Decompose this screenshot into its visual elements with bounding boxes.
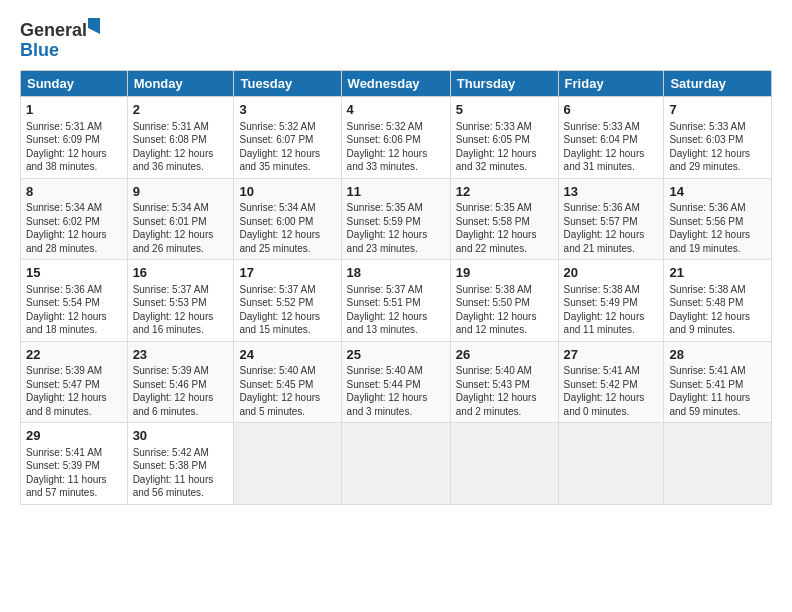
day-number: 7 xyxy=(669,101,766,119)
page: GeneralBlue SundayMondayTuesdayWednesday… xyxy=(0,0,792,612)
sunrise-text: Sunrise: 5:33 AM xyxy=(456,121,532,132)
calendar-week-row: 15Sunrise: 5:36 AMSunset: 5:54 PMDayligh… xyxy=(21,260,772,342)
day-number: 26 xyxy=(456,346,553,364)
sunrise-text: Sunrise: 5:38 AM xyxy=(669,284,745,295)
day-number: 17 xyxy=(239,264,335,282)
sunrise-text: Sunrise: 5:31 AM xyxy=(133,121,209,132)
daylight-text: Daylight: 12 hours and 19 minutes. xyxy=(669,229,750,254)
col-header-monday: Monday xyxy=(127,71,234,97)
sunset-text: Sunset: 5:45 PM xyxy=(239,379,313,390)
daylight-text: Daylight: 12 hours and 38 minutes. xyxy=(26,148,107,173)
day-number: 3 xyxy=(239,101,335,119)
daylight-text: Daylight: 12 hours and 21 minutes. xyxy=(564,229,645,254)
sunset-text: Sunset: 5:58 PM xyxy=(456,216,530,227)
daylight-text: Daylight: 12 hours and 0 minutes. xyxy=(564,392,645,417)
daylight-text: Daylight: 12 hours and 3 minutes. xyxy=(347,392,428,417)
calendar-cell: 16Sunrise: 5:37 AMSunset: 5:53 PMDayligh… xyxy=(127,260,234,342)
sunset-text: Sunset: 5:49 PM xyxy=(564,297,638,308)
svg-marker-2 xyxy=(88,18,100,34)
day-number: 22 xyxy=(26,346,122,364)
sunrise-text: Sunrise: 5:36 AM xyxy=(669,202,745,213)
daylight-text: Daylight: 12 hours and 5 minutes. xyxy=(239,392,320,417)
day-number: 20 xyxy=(564,264,659,282)
daylight-text: Daylight: 12 hours and 26 minutes. xyxy=(133,229,214,254)
day-number: 25 xyxy=(347,346,445,364)
daylight-text: Daylight: 12 hours and 12 minutes. xyxy=(456,311,537,336)
calendar-cell: 11Sunrise: 5:35 AMSunset: 5:59 PMDayligh… xyxy=(341,178,450,260)
daylight-text: Daylight: 12 hours and 8 minutes. xyxy=(26,392,107,417)
day-number: 19 xyxy=(456,264,553,282)
calendar-cell: 19Sunrise: 5:38 AMSunset: 5:50 PMDayligh… xyxy=(450,260,558,342)
generalblue-logo: GeneralBlue xyxy=(20,16,100,60)
calendar-cell: 4Sunrise: 5:32 AMSunset: 6:06 PMDaylight… xyxy=(341,97,450,179)
header: GeneralBlue xyxy=(20,16,772,60)
sunrise-text: Sunrise: 5:39 AM xyxy=(133,365,209,376)
daylight-text: Daylight: 12 hours and 15 minutes. xyxy=(239,311,320,336)
sunrise-text: Sunrise: 5:41 AM xyxy=(669,365,745,376)
daylight-text: Daylight: 12 hours and 11 minutes. xyxy=(564,311,645,336)
daylight-text: Daylight: 12 hours and 35 minutes. xyxy=(239,148,320,173)
sunset-text: Sunset: 5:48 PM xyxy=(669,297,743,308)
day-number: 28 xyxy=(669,346,766,364)
sunrise-text: Sunrise: 5:35 AM xyxy=(456,202,532,213)
daylight-text: Daylight: 12 hours and 32 minutes. xyxy=(456,148,537,173)
sunset-text: Sunset: 5:54 PM xyxy=(26,297,100,308)
daylight-text: Daylight: 12 hours and 33 minutes. xyxy=(347,148,428,173)
calendar-week-row: 8Sunrise: 5:34 AMSunset: 6:02 PMDaylight… xyxy=(21,178,772,260)
day-number: 4 xyxy=(347,101,445,119)
calendar-cell: 26Sunrise: 5:40 AMSunset: 5:43 PMDayligh… xyxy=(450,341,558,423)
sunrise-text: Sunrise: 5:41 AM xyxy=(26,447,102,458)
calendar-cell: 5Sunrise: 5:33 AMSunset: 6:05 PMDaylight… xyxy=(450,97,558,179)
calendar-cell: 28Sunrise: 5:41 AMSunset: 5:41 PMDayligh… xyxy=(664,341,772,423)
daylight-text: Daylight: 12 hours and 18 minutes. xyxy=(26,311,107,336)
sunset-text: Sunset: 6:07 PM xyxy=(239,134,313,145)
daylight-text: Daylight: 12 hours and 22 minutes. xyxy=(456,229,537,254)
sunset-text: Sunset: 6:02 PM xyxy=(26,216,100,227)
day-number: 21 xyxy=(669,264,766,282)
calendar-cell: 27Sunrise: 5:41 AMSunset: 5:42 PMDayligh… xyxy=(558,341,664,423)
day-number: 2 xyxy=(133,101,229,119)
daylight-text: Daylight: 12 hours and 2 minutes. xyxy=(456,392,537,417)
daylight-text: Daylight: 12 hours and 13 minutes. xyxy=(347,311,428,336)
calendar-cell: 6Sunrise: 5:33 AMSunset: 6:04 PMDaylight… xyxy=(558,97,664,179)
daylight-text: Daylight: 12 hours and 29 minutes. xyxy=(669,148,750,173)
daylight-text: Daylight: 12 hours and 28 minutes. xyxy=(26,229,107,254)
day-number: 1 xyxy=(26,101,122,119)
day-number: 8 xyxy=(26,183,122,201)
sunset-text: Sunset: 6:06 PM xyxy=(347,134,421,145)
day-number: 15 xyxy=(26,264,122,282)
calendar-cell: 2Sunrise: 5:31 AMSunset: 6:08 PMDaylight… xyxy=(127,97,234,179)
calendar-week-row: 1Sunrise: 5:31 AMSunset: 6:09 PMDaylight… xyxy=(21,97,772,179)
sunset-text: Sunset: 5:43 PM xyxy=(456,379,530,390)
calendar-cell: 7Sunrise: 5:33 AMSunset: 6:03 PMDaylight… xyxy=(664,97,772,179)
calendar-cell: 10Sunrise: 5:34 AMSunset: 6:00 PMDayligh… xyxy=(234,178,341,260)
sunrise-text: Sunrise: 5:38 AM xyxy=(564,284,640,295)
calendar-cell xyxy=(341,423,450,505)
calendar-cell xyxy=(664,423,772,505)
sunset-text: Sunset: 5:52 PM xyxy=(239,297,313,308)
daylight-text: Daylight: 11 hours and 59 minutes. xyxy=(669,392,750,417)
col-header-thursday: Thursday xyxy=(450,71,558,97)
calendar-cell: 3Sunrise: 5:32 AMSunset: 6:07 PMDaylight… xyxy=(234,97,341,179)
daylight-text: Daylight: 11 hours and 57 minutes. xyxy=(26,474,107,499)
logo: GeneralBlue xyxy=(20,16,100,60)
calendar-cell: 18Sunrise: 5:37 AMSunset: 5:51 PMDayligh… xyxy=(341,260,450,342)
calendar-cell xyxy=(450,423,558,505)
day-number: 18 xyxy=(347,264,445,282)
day-number: 29 xyxy=(26,427,122,445)
sunset-text: Sunset: 5:59 PM xyxy=(347,216,421,227)
calendar-cell: 29Sunrise: 5:41 AMSunset: 5:39 PMDayligh… xyxy=(21,423,128,505)
col-header-sunday: Sunday xyxy=(21,71,128,97)
daylight-text: Daylight: 12 hours and 25 minutes. xyxy=(239,229,320,254)
sunset-text: Sunset: 6:01 PM xyxy=(133,216,207,227)
day-number: 14 xyxy=(669,183,766,201)
sunrise-text: Sunrise: 5:34 AM xyxy=(239,202,315,213)
sunrise-text: Sunrise: 5:33 AM xyxy=(564,121,640,132)
sunset-text: Sunset: 6:08 PM xyxy=(133,134,207,145)
calendar-cell: 8Sunrise: 5:34 AMSunset: 6:02 PMDaylight… xyxy=(21,178,128,260)
sunset-text: Sunset: 6:09 PM xyxy=(26,134,100,145)
day-number: 27 xyxy=(564,346,659,364)
sunrise-text: Sunrise: 5:41 AM xyxy=(564,365,640,376)
day-number: 13 xyxy=(564,183,659,201)
sunset-text: Sunset: 6:00 PM xyxy=(239,216,313,227)
